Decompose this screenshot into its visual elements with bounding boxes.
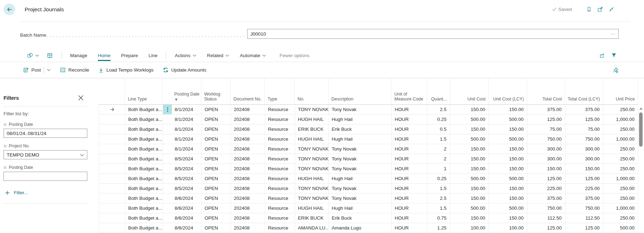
cell-unit_price[interactable]: 250.00 xyxy=(604,105,638,114)
cell-quantity[interactable]: 1.5 xyxy=(427,184,450,193)
cell-worklog_status[interactable]: OPEN xyxy=(202,184,231,193)
cell-unit_cost_lcy[interactable]: 500.00 xyxy=(489,203,527,213)
cell-no[interactable]: TONY NOVAK xyxy=(295,144,329,154)
cell-document_no[interactable]: 202408 xyxy=(231,194,265,203)
cell-no[interactable]: ERIK BUCK xyxy=(295,213,329,223)
cell-document_no[interactable]: 202408 xyxy=(231,174,265,183)
row-selector-cell[interactable] xyxy=(99,124,125,134)
cell-document_no[interactable]: 202408 xyxy=(231,115,265,124)
row-selector-cell[interactable] xyxy=(99,164,125,173)
cell-no[interactable]: HUGH HAIL xyxy=(295,174,329,183)
cell-total_cost[interactable]: 750.00 xyxy=(527,134,565,144)
cell-type[interactable]: Resource xyxy=(265,154,295,164)
cell-total_cost[interactable]: 300.00 xyxy=(527,154,565,164)
cell-total_cost_lcy[interactable]: 112.50 xyxy=(565,213,604,223)
row-selector-cell[interactable] xyxy=(99,115,125,124)
chevron-down-icon[interactable] xyxy=(47,69,51,71)
cell-document_no[interactable]: 202408 xyxy=(231,164,265,173)
cell-description[interactable]: Hugh Hail xyxy=(329,134,392,144)
column-header-line_type[interactable]: Line Type xyxy=(125,78,163,104)
unpin-icon[interactable] xyxy=(612,67,619,73)
cell-unit_cost[interactable]: 100.00 xyxy=(450,223,489,233)
cell-unit_cost[interactable]: 150.00 xyxy=(450,105,489,114)
cell-posting_date[interactable]: 8/6/2024 xyxy=(163,203,202,213)
cell-unit_of_measure_code[interactable]: HOUR xyxy=(392,105,427,114)
cell-worklog_status[interactable]: OPEN xyxy=(202,124,231,134)
cell-total_cost_lcy[interactable]: 750.00 xyxy=(565,203,604,213)
tab-line[interactable]: Line xyxy=(149,53,158,58)
cell-type[interactable]: Resource xyxy=(265,203,295,213)
cell-unit_cost_lcy[interactable]: 150.00 xyxy=(489,194,527,203)
cell-line_type[interactable]: Both Budget a... xyxy=(125,164,163,173)
cell-description[interactable]: Tony Novak xyxy=(329,184,392,193)
column-header-posting_date[interactable]: Posting Date xyxy=(163,78,201,104)
cell-line_type[interactable]: Both Budget a... xyxy=(125,213,163,223)
cell-unit_cost[interactable]: 150.00 xyxy=(450,164,489,173)
cell-document_no[interactable]: 202408 xyxy=(231,105,265,114)
cell-document_no[interactable]: 202408 xyxy=(231,154,265,164)
cell-description[interactable]: Tony Novak xyxy=(329,164,392,173)
cell-document_no[interactable]: 202408 xyxy=(231,134,265,144)
cell-posting_date[interactable]: 8/5/2024 xyxy=(163,184,202,193)
cell-unit_cost[interactable]: 500.00 xyxy=(450,115,489,124)
row-selector-cell[interactable] xyxy=(99,213,125,223)
cell-unit_cost[interactable]: 150.00 xyxy=(450,184,489,193)
column-header-unit_of_measure_code[interactable]: Unit of Measure Code xyxy=(392,78,427,104)
cell-unit_of_measure_code[interactable]: HOUR xyxy=(392,194,427,203)
cell-total_cost_lcy[interactable]: 300.00 xyxy=(565,154,604,164)
cell-line_type[interactable]: Both Budget a... xyxy=(125,154,163,164)
cell-unit_price[interactable]: 250.00 xyxy=(604,184,638,193)
column-header-description[interactable]: Description xyxy=(329,78,392,104)
cell-document_no[interactable]: 202408 xyxy=(231,223,265,233)
cell-unit_cost[interactable]: 500.00 xyxy=(450,203,489,213)
column-header-no[interactable]: No. xyxy=(295,78,329,104)
column-header-document_no[interactable]: Document No. xyxy=(231,78,265,104)
cell-unit_of_measure_code[interactable]: HOUR xyxy=(392,213,427,223)
row-selector-cell[interactable] xyxy=(99,144,125,154)
cell-total_cost[interactable]: 75.00 xyxy=(527,124,565,134)
add-filter-button[interactable]: Filter... xyxy=(5,190,99,195)
cell-unit_of_measure_code[interactable]: HOUR xyxy=(392,134,427,144)
cell-unit_cost[interactable]: 500.00 xyxy=(450,174,489,183)
reconcile-button[interactable]: Reconcile xyxy=(60,67,89,73)
cell-total_cost[interactable]: 150.00 xyxy=(527,164,565,173)
cell-unit_cost[interactable]: 150.00 xyxy=(450,213,489,223)
cell-description[interactable]: Hugh Hail xyxy=(329,115,392,124)
cell-posting_date[interactable]: 8/5/2024 xyxy=(163,154,202,164)
project-no-filter-dropdown[interactable]: TEMPO DEMO xyxy=(4,150,87,159)
cell-total_cost[interactable]: 225.00 xyxy=(527,184,565,193)
cell-unit_cost_lcy[interactable]: 500.00 xyxy=(489,174,527,183)
cell-total_cost_lcy[interactable]: 375.00 xyxy=(565,105,604,114)
cell-type[interactable]: Resource xyxy=(265,223,295,233)
cell-quantity[interactable]: 2 xyxy=(427,154,450,164)
remove-filter-icon[interactable] xyxy=(4,123,7,126)
cell-no[interactable]: TONY NOVAK xyxy=(295,194,329,203)
cell-unit_cost[interactable]: 500.00 xyxy=(450,134,489,144)
cell-unit_cost_lcy[interactable]: 500.00 xyxy=(489,134,527,144)
column-header-worklog_status[interactable]: Worklog Status xyxy=(201,78,231,104)
cell-total_cost[interactable]: 112.50 xyxy=(527,213,565,223)
cell-document_no[interactable]: 202408 xyxy=(231,124,265,134)
cell-no[interactable]: ERIK BUCK xyxy=(295,124,329,134)
row-selector-cell[interactable] xyxy=(99,184,125,193)
cell-type[interactable]: Resource xyxy=(265,194,295,203)
cell-posting_date[interactable]: 8/5/2024 xyxy=(163,164,202,173)
cell-unit_cost[interactable]: 150.00 xyxy=(450,154,489,164)
cell-total_cost_lcy[interactable]: 300.00 xyxy=(565,144,604,154)
cell-unit_of_measure_code[interactable]: HOUR xyxy=(392,124,427,134)
cell-posting_date[interactable]: 8/1/2024 xyxy=(163,124,202,134)
cell-description[interactable]: Tony Novak xyxy=(329,105,392,114)
cell-description[interactable]: Hugh Hail xyxy=(329,174,392,183)
cell-total_cost_lcy[interactable]: 750.00 xyxy=(565,134,604,144)
cell-unit_cost_lcy[interactable]: 150.00 xyxy=(489,154,527,164)
cell-worklog_status[interactable]: OPEN xyxy=(202,154,231,164)
cell-unit_cost_lcy[interactable]: 150.00 xyxy=(489,184,527,193)
cell-no[interactable]: TONY NOVAK xyxy=(295,184,329,193)
cell-type[interactable]: Resource xyxy=(265,124,295,134)
open-in-new-window-icon[interactable] xyxy=(597,6,603,12)
cell-worklog_status[interactable]: OPEN xyxy=(202,105,231,114)
cell-worklog_status[interactable]: OPEN xyxy=(202,223,231,233)
cell-posting_date[interactable]: 8/6/2024 xyxy=(163,223,202,233)
cell-worklog_status[interactable]: OPEN xyxy=(202,164,231,173)
cell-posting_date[interactable]: 8/1/2024 xyxy=(163,134,202,144)
